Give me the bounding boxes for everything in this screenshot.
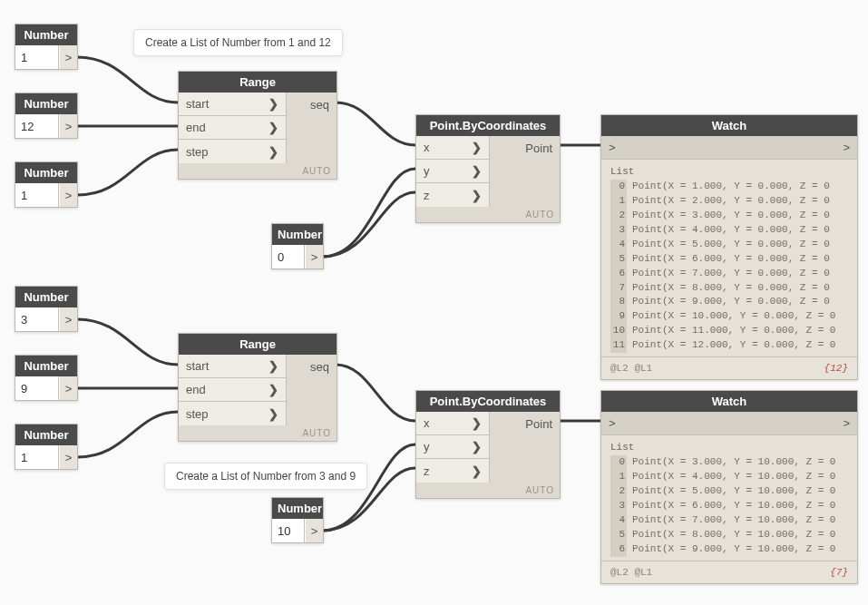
port-seq[interactable]: seq	[287, 93, 336, 116]
chevron-icon: ❯	[472, 164, 482, 178]
chevron-icon: >	[843, 416, 850, 430]
chevron-icon: ❯	[268, 145, 278, 159]
port-label: Point	[525, 417, 552, 431]
list-item: 0Point(X = 3.000, Y = 10.000, Z = 0	[610, 455, 848, 470]
port-label: z	[424, 189, 430, 202]
port-point-out[interactable]: Point	[490, 136, 560, 160]
number-input[interactable]	[272, 245, 305, 268]
watch-list: List 0Point(X = 1.000, Y = 0.000, Z = 01…	[601, 160, 857, 356]
port-label: end	[186, 383, 206, 396]
number-node-4[interactable]: Number >	[271, 223, 324, 269]
output-port[interactable]: >	[305, 519, 323, 542]
list-item: 2Point(X = 5.000, Y = 10.000, Z = 0	[610, 484, 848, 499]
port-x[interactable]: x❯	[416, 136, 489, 160]
number-node-3[interactable]: Number >	[15, 161, 78, 208]
lacing-label: @L2 @L1	[610, 363, 652, 374]
list-item: 3Point(X = 6.000, Y = 10.000, Z = 0	[610, 499, 848, 513]
list-header: List	[610, 441, 848, 455]
chevron-icon: ❯	[268, 383, 278, 396]
port-x[interactable]: x❯	[416, 412, 489, 435]
chevron-icon: ❯	[268, 97, 278, 111]
tooltip-1: Create a List of Number from 1 and 12	[133, 29, 343, 56]
list-item: 4Point(X = 5.000, Y = 0.000, Z = 0	[610, 238, 848, 252]
lacing-indicator: AUTO	[416, 483, 560, 498]
lacing-indicator: AUTO	[179, 163, 336, 179]
point-node-2[interactable]: Point.ByCoordinates x❯ y❯ z❯ Point AUTO	[415, 390, 561, 499]
watch-node-2[interactable]: Watch > > List 0Point(X = 3.000, Y = 10.…	[600, 390, 858, 584]
node-title: Number	[272, 224, 323, 245]
chevron-icon: ❯	[472, 141, 482, 154]
node-title: Number	[15, 24, 77, 45]
number-node-8[interactable]: Number >	[271, 497, 324, 543]
number-input[interactable]	[15, 45, 59, 69]
port-label: start	[186, 359, 209, 373]
node-title: Watch	[601, 391, 857, 412]
node-title: Number	[272, 498, 323, 519]
number-node-5[interactable]: Number >	[15, 286, 78, 332]
port-start[interactable]: start❯	[179, 93, 286, 116]
list-item: 5Point(X = 6.000, Y = 0.000, Z = 0	[610, 252, 848, 267]
chevron-icon: ❯	[472, 189, 482, 202]
number-node-2[interactable]: Number >	[15, 93, 78, 139]
port-z[interactable]: z❯	[416, 459, 489, 483]
port-point-out[interactable]: Point	[490, 412, 560, 435]
port-end[interactable]: end❯	[179, 378, 286, 402]
list-item: 2Point(X = 3.000, Y = 0.000, Z = 0	[610, 209, 848, 223]
port-end[interactable]: end❯	[179, 116, 286, 140]
port-label: y	[424, 440, 430, 454]
port-y[interactable]: y❯	[416, 435, 489, 459]
number-node-6[interactable]: Number >	[15, 355, 78, 401]
range-node-2[interactable]: Range start❯ end❯ step❯ seq AUTO	[178, 333, 337, 442]
port-seq[interactable]: seq	[287, 355, 336, 378]
port-label: z	[424, 464, 430, 478]
chevron-icon: >	[609, 416, 616, 430]
lacing-indicator: AUTO	[179, 425, 336, 441]
watch-header-row: > >	[601, 412, 857, 435]
range-node-1[interactable]: Range start❯ end❯ step❯ seq AUTO	[178, 71, 337, 180]
watch-header-row: > >	[601, 136, 857, 160]
port-label: y	[424, 164, 430, 178]
output-port[interactable]: >	[59, 114, 77, 138]
number-input[interactable]	[15, 307, 59, 331]
port-label: x	[424, 416, 430, 430]
list-item: 0Point(X = 1.000, Y = 0.000, Z = 0	[610, 180, 848, 194]
chevron-icon: ❯	[268, 359, 278, 373]
port-y[interactable]: y❯	[416, 160, 489, 183]
list-item: 5Point(X = 8.000, Y = 10.000, Z = 0	[610, 528, 848, 542]
chevron-icon: ❯	[472, 464, 482, 478]
chevron-icon: ❯	[268, 121, 278, 134]
output-port[interactable]: >	[305, 245, 323, 268]
output-port[interactable]: >	[59, 183, 77, 207]
output-port[interactable]: >	[59, 376, 77, 400]
list-count: {7}	[830, 567, 848, 578]
port-label: step	[186, 407, 209, 421]
node-title: Watch	[601, 115, 857, 136]
watch-footer: @L2 @L1 {12}	[601, 356, 857, 379]
list-item: 10Point(X = 11.000, Y = 0.000, Z = 0	[610, 324, 848, 338]
point-node-1[interactable]: Point.ByCoordinates x❯ y❯ z❯ Point AUTO	[415, 114, 561, 223]
output-port[interactable]: >	[59, 445, 77, 469]
port-step[interactable]: step❯	[179, 140, 286, 163]
port-start[interactable]: start❯	[179, 355, 286, 378]
number-node-7[interactable]: Number >	[15, 424, 78, 470]
chevron-icon: ❯	[268, 407, 278, 421]
port-step[interactable]: step❯	[179, 402, 286, 425]
chevron-icon: >	[609, 141, 616, 154]
number-input[interactable]	[15, 183, 59, 207]
number-node-1[interactable]: Number >	[15, 24, 78, 70]
chevron-icon: ❯	[472, 416, 482, 430]
node-title: Number	[15, 93, 77, 114]
output-port[interactable]: >	[59, 307, 77, 331]
number-input[interactable]	[15, 114, 59, 138]
port-z[interactable]: z❯	[416, 183, 489, 207]
port-label: seq	[310, 360, 329, 374]
number-input[interactable]	[15, 445, 59, 469]
number-input[interactable]	[15, 376, 59, 400]
node-title: Number	[15, 287, 77, 307]
list-item: 6Point(X = 7.000, Y = 0.000, Z = 0	[610, 267, 848, 281]
node-title: Point.ByCoordinates	[416, 115, 560, 136]
output-port[interactable]: >	[59, 45, 77, 69]
watch-node-1[interactable]: Watch > > List 0Point(X = 1.000, Y = 0.0…	[600, 114, 858, 380]
list-item: 4Point(X = 7.000, Y = 10.000, Z = 0	[610, 513, 848, 528]
number-input[interactable]	[272, 519, 305, 542]
